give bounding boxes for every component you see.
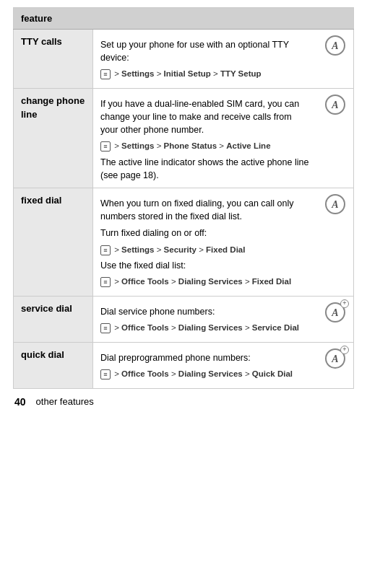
feature-icon: A+ — [317, 297, 354, 343]
feature-icon: A — [317, 188, 354, 297]
menu-path: ≡ > Office Tools > Dialing Services > Qu… — [100, 368, 310, 380]
menu-path: ≡ > Settings > Phone Status > Active Lin… — [100, 140, 310, 152]
feature-icon: A+ — [317, 342, 354, 388]
page-footer: 40 other features — [13, 396, 354, 408]
feature-icon: A — [317, 88, 354, 188]
table-row: change phone lineIf you have a dual-line… — [14, 88, 354, 188]
desc-text: Turn fixed dialing on or off: — [100, 227, 310, 240]
menu-path: ≡ > Office Tools > Dialing Services > Fi… — [100, 276, 310, 288]
feature-label: fixed dial — [14, 188, 93, 297]
menu-path: ≡ > Settings > Security > Fixed Dial — [100, 244, 310, 256]
desc-text: If you have a dual-line-enabled SIM card… — [100, 97, 310, 136]
desc-text: Set up your phone for use with an option… — [100, 38, 310, 64]
feature-description: Set up your phone for use with an option… — [93, 30, 318, 89]
feature-description: If you have a dual-line-enabled SIM card… — [93, 88, 318, 188]
desc-text: The active line indicator shows the acti… — [100, 156, 310, 182]
feature-label: change phone line — [14, 88, 93, 188]
page-container: feature TTY callsSet up your phone for u… — [0, 0, 367, 422]
desc-text: Use the fixed dial list: — [100, 259, 310, 272]
desc-text: Dial preprogrammed phone numbers: — [100, 351, 310, 364]
table-row: TTY callsSet up your phone for use with … — [14, 30, 354, 89]
feature-label: quick dial — [14, 342, 93, 388]
feature-icon: A — [317, 30, 354, 89]
feature-label: service dial — [14, 297, 93, 343]
feature-description: When you turn on fixed dialing, you can … — [93, 188, 318, 297]
feature-description: Dial service phone numbers:≡ > Office To… — [93, 297, 318, 343]
menu-path: ≡ > Office Tools > Dialing Services > Se… — [100, 322, 310, 334]
feature-description: Dial preprogrammed phone numbers:≡ > Off… — [93, 342, 318, 388]
feature-label: TTY calls — [14, 30, 93, 89]
table-row: service dialDial service phone numbers:≡… — [14, 297, 354, 343]
desc-text: When you turn on fixed dialing, you can … — [100, 197, 310, 223]
desc-text: Dial service phone numbers: — [100, 305, 310, 318]
menu-path: ≡ > Settings > Initial Setup > TTY Setup — [100, 68, 310, 80]
page-number: 40 — [14, 396, 26, 408]
table-row: quick dialDial preprogrammed phone numbe… — [14, 342, 354, 388]
features-table: feature TTY callsSet up your phone for u… — [13, 7, 354, 389]
table-row: fixed dialWhen you turn on fixed dialing… — [14, 188, 354, 297]
table-header: feature — [14, 8, 354, 30]
footer-text: other features — [36, 396, 94, 407]
